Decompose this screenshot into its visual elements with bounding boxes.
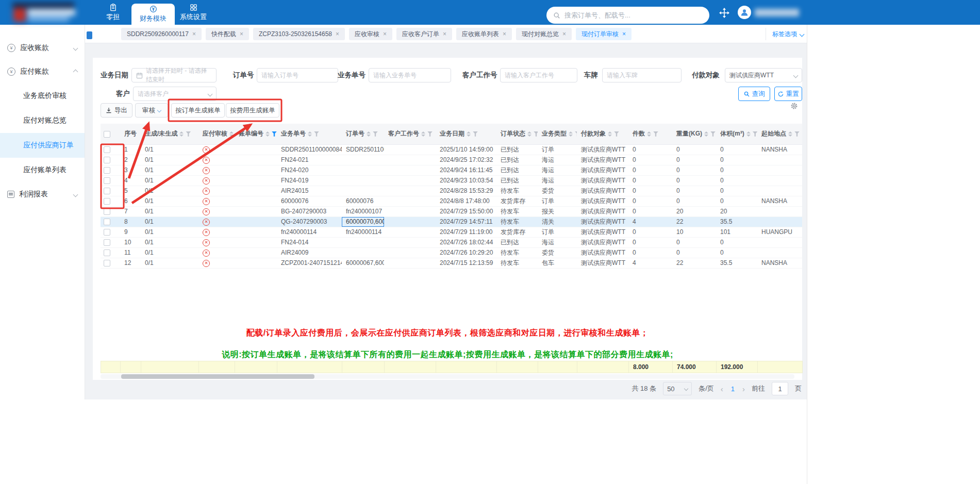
move-cross-icon[interactable] [719, 7, 730, 19]
tab-close-icon[interactable]: × [443, 30, 446, 38]
sidebar-item-receivable[interactable]: ¥ 应收账款 [0, 36, 85, 60]
tab-close-icon[interactable]: × [192, 30, 196, 38]
sidebar-subitem[interactable]: 应付账单列表 [0, 158, 85, 182]
column-header[interactable]: 订单号 [342, 124, 384, 144]
column-header[interactable]: 应付审核 [198, 124, 235, 144]
sort-carets-icon[interactable] [647, 131, 651, 137]
cell-order-no[interactable] [342, 247, 384, 258]
tab-close-icon[interactable]: × [562, 30, 566, 38]
row-checkbox[interactable] [104, 249, 110, 256]
column-header[interactable]: 订单状态 [496, 124, 538, 144]
table-row[interactable]: 2 0/1 ✕ FN24-021 2024/9/25 17:02:32 已到达 … [101, 155, 802, 165]
payee-select[interactable]: 测试供应商WTT [725, 68, 802, 82]
filter-funnel-icon[interactable] [373, 131, 378, 137]
tab-scroll-indicator[interactable] [87, 31, 92, 39]
reset-button[interactable]: 重置 [774, 87, 802, 101]
tab-close-icon[interactable]: × [383, 30, 387, 38]
row-checkbox[interactable] [104, 146, 110, 153]
plate-input[interactable]: 请输入车牌 [602, 68, 682, 82]
sort-carets-icon[interactable] [569, 131, 573, 137]
customer-select[interactable]: 请选择客户 [133, 87, 217, 101]
table-row[interactable]: 7 0/1 ✕ BG-2407290003 fn240000107 2024/7… [101, 206, 802, 216]
row-checkbox[interactable] [104, 208, 110, 215]
cell-order-no[interactable]: 60000067,600... [342, 258, 384, 268]
customer-job-input[interactable]: 请输入客户工作号 [500, 68, 577, 82]
biz-no-input[interactable]: 请输入业务单号 [369, 68, 451, 82]
filter-funnel-icon[interactable] [427, 131, 433, 137]
select-all-checkbox[interactable] [104, 131, 110, 138]
date-range-input[interactable]: 请选择开始时 - 请选择结束时 [131, 68, 217, 82]
row-checkbox[interactable] [104, 177, 110, 184]
query-button[interactable]: 查询 [738, 87, 770, 101]
sidebar-subitem[interactable]: 应付对账总览 [0, 108, 85, 133]
filter-funnel-icon[interactable] [186, 131, 191, 137]
row-checkbox[interactable] [104, 219, 110, 225]
cell-order-no[interactable]: 60000076 [342, 196, 384, 206]
column-header[interactable]: 付款对象 [577, 124, 628, 144]
page-tab[interactable]: 应收审核 × [349, 28, 392, 40]
sort-carets-icon[interactable] [179, 131, 184, 137]
column-header[interactable]: 起始地点 [757, 124, 802, 144]
filter-funnel-icon[interactable] [710, 131, 716, 137]
column-header[interactable]: 账单编号 [235, 124, 277, 144]
column-header[interactable]: 生成/未生成 [141, 124, 198, 144]
column-header[interactable]: 件数 [628, 124, 672, 144]
table-row[interactable]: 12 0/1 ✕ ZCPZ001-240715121420 60000067,6… [101, 258, 802, 268]
row-checkbox[interactable] [104, 157, 110, 163]
cell-order-no[interactable] [342, 165, 384, 175]
row-checkbox[interactable] [104, 188, 110, 194]
tab-close-icon[interactable]: × [240, 30, 243, 38]
sort-carets-icon[interactable] [367, 131, 371, 137]
cell-order-no[interactable] [342, 175, 384, 186]
scrollbar-thumb[interactable] [121, 374, 314, 379]
table-row[interactable]: 6 0/1 ✕ 60000076 60000076 2024/8/8 17:48… [101, 196, 802, 206]
table-row[interactable]: 1 0/1 ✕ SDDR2501100000084 SDDR2501100...… [101, 144, 802, 155]
global-search[interactable] [546, 7, 709, 24]
next-page-button[interactable]: › [742, 385, 745, 393]
table-row[interactable]: 5 0/1 ✕ AIR24015 2024/8/28 15:53:29 待发车 … [101, 186, 802, 196]
sort-carets-icon[interactable] [788, 131, 792, 137]
cell-order-no[interactable]: SDDR2501100... [342, 144, 384, 155]
page-tab[interactable]: 现付对账总览 × [516, 28, 572, 40]
order-no-input[interactable]: 请输入订单号 [257, 68, 338, 82]
column-settings-gear-icon[interactable] [790, 102, 798, 110]
sort-carets-icon[interactable] [467, 131, 471, 137]
filter-funnel-icon[interactable] [753, 131, 757, 137]
tab-options-button[interactable]: 标签选项 [766, 28, 804, 40]
nav-item-settings[interactable]: 系统设置 [175, 0, 212, 25]
column-header[interactable]: 业务类型 [538, 124, 577, 144]
current-page[interactable]: 1 [730, 385, 736, 393]
sidebar-subitem[interactable]: 业务底价审核 [0, 84, 85, 108]
table-row[interactable]: 10 0/1 ✕ FN24-014 2024/7/26 18:02:44 已到达… [101, 237, 802, 247]
sidebar-item-payable[interactable]: ¥ 应付账款 [0, 60, 85, 84]
filter-funnel-icon[interactable] [794, 131, 800, 137]
sort-carets-icon[interactable] [229, 131, 234, 137]
sort-carets-icon[interactable] [746, 131, 751, 137]
filter-funnel-icon[interactable] [473, 131, 478, 137]
tab-close-icon[interactable]: × [622, 30, 626, 38]
table-row[interactable]: 9 0/1 ✕ fn240000114 fn240000114 2024/7/2… [101, 227, 802, 237]
column-header[interactable]: 客户工作号 [384, 124, 436, 144]
page-tab[interactable]: 应收客户订单 × [396, 28, 452, 40]
avatar[interactable] [738, 6, 751, 19]
generate-by-fee-button[interactable]: 按费用生成账单 [226, 103, 279, 118]
generate-by-order-button[interactable]: 按订单生成账单 [171, 103, 225, 118]
page-tab[interactable]: 快件配载 × [206, 28, 249, 40]
nav-item-finance[interactable]: 财务模块 [131, 4, 175, 25]
tab-close-icon[interactable]: × [503, 30, 506, 38]
sort-carets-icon[interactable] [308, 131, 312, 137]
export-button[interactable]: 导出 [101, 103, 132, 118]
filter-funnel-icon[interactable] [272, 131, 277, 137]
filter-funnel-icon[interactable] [314, 131, 319, 137]
sidebar-subitem[interactable]: 应付供应商订单 [0, 133, 85, 158]
prev-page-button[interactable]: ‹ [721, 385, 723, 393]
filter-funnel-icon[interactable] [653, 131, 658, 137]
cell-order-no[interactable]: fn240000114 [342, 227, 384, 237]
cell-order-no[interactable] [342, 237, 384, 247]
table-row[interactable]: 8 0/1 ✕ QG-2407290003 60000070,600... 20… [101, 216, 802, 227]
cell-order-no[interactable]: fn240000107 [342, 206, 384, 216]
filter-funnel-icon[interactable] [534, 131, 538, 137]
page-tab[interactable]: SDDR2509260000117 × [121, 28, 202, 40]
filter-funnel-icon[interactable] [614, 131, 619, 137]
table-row[interactable]: 3 0/1 ✕ FN24-020 2024/9/24 16:11:45 已到达 … [101, 165, 802, 175]
